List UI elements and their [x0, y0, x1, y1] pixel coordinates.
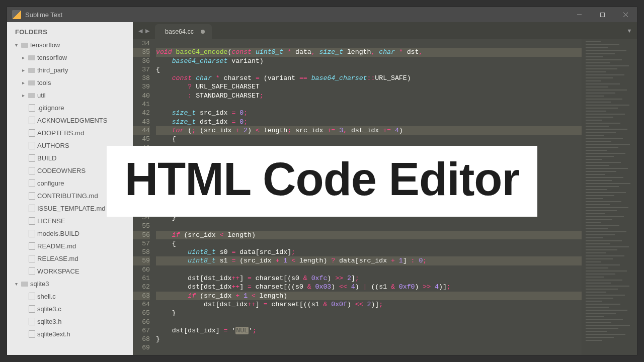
- tree-item-label: AUTHORS: [37, 142, 69, 149]
- file-item[interactable]: configure: [7, 177, 133, 190]
- nav-back-icon[interactable]: ◀: [137, 28, 144, 34]
- tree-item-label: shell.c: [37, 293, 56, 300]
- tab-nav[interactable]: ◀ ▶: [133, 22, 155, 39]
- tree-arrow-icon: ▾: [15, 42, 20, 48]
- tree-item-label: .gitignore: [37, 104, 64, 112]
- code-editor[interactable]: 3435363738394041424344454647484950515253…: [133, 39, 637, 355]
- folder-icon: [27, 67, 36, 74]
- tree-item-label: models.BUILD: [37, 230, 79, 237]
- file-item[interactable]: WORKSPACE: [7, 265, 133, 278]
- app-window: Sublime Text FOLDERS ▾tensorflow▸tensorf…: [7, 7, 637, 355]
- file-item[interactable]: CODEOWNERS: [7, 164, 133, 177]
- tab-active[interactable]: base64.cc: [155, 24, 212, 39]
- file-icon: [27, 130, 36, 137]
- tab-bar[interactable]: ◀ ▶ base64.cc ▼: [133, 22, 637, 39]
- file-icon: [27, 205, 36, 212]
- file-icon: [27, 230, 36, 237]
- file-item[interactable]: sqlite3.h: [7, 315, 133, 328]
- tree-item-label: util: [37, 92, 46, 99]
- file-item[interactable]: sqlite3.c: [7, 303, 133, 315]
- app-icon: [12, 10, 21, 19]
- sidebar-header: FOLDERS: [7, 25, 133, 39]
- tab-label: base64.cc: [165, 28, 194, 35]
- file-item[interactable]: RELEASE.md: [7, 252, 133, 265]
- tree-item-label: LICENSE: [37, 217, 65, 225]
- minimap[interactable]: [582, 39, 637, 355]
- file-icon: [27, 105, 36, 112]
- folder-item[interactable]: ▾sqlite3: [7, 278, 133, 290]
- app-title: Sublime Text: [25, 11, 62, 19]
- folder-icon: [20, 281, 29, 288]
- file-icon: [27, 167, 36, 174]
- folder-item[interactable]: ▸third_party: [7, 64, 133, 76]
- tree-item-label: CONTRIBUTING.md: [37, 192, 98, 200]
- tree-item-label: WORKSPACE: [37, 267, 79, 275]
- tree-item-label: tensorflow: [30, 41, 60, 49]
- file-icon: [27, 268, 36, 275]
- tree-item-label: sqlite3.c: [37, 305, 61, 313]
- sidebar[interactable]: FOLDERS ▾tensorflow▸tensorflow▸third_par…: [7, 22, 133, 355]
- tree-arrow-icon: ▸: [22, 93, 27, 98]
- tree-item-label: sqlite3ext.h: [37, 330, 70, 338]
- file-icon: [27, 255, 36, 262]
- file-item[interactable]: ISSUE_TEMPLATE.md: [7, 202, 133, 215]
- file-item[interactable]: README.md: [7, 240, 133, 252]
- tree-arrow-icon: ▸: [22, 67, 27, 73]
- tree-item-label: configure: [37, 179, 64, 187]
- file-item[interactable]: models.BUILD: [7, 227, 133, 240]
- tree-item-label: sqlite3: [30, 280, 49, 288]
- folder-icon: [27, 79, 36, 86]
- folder-item[interactable]: ▸tensorflow: [7, 51, 133, 64]
- folder-icon: [27, 92, 36, 99]
- file-icon: [27, 117, 36, 124]
- nav-forward-icon[interactable]: ▶: [144, 28, 151, 34]
- file-icon: [27, 218, 36, 225]
- file-item[interactable]: LICENSE: [7, 215, 133, 227]
- folder-item[interactable]: ▸tools: [7, 76, 133, 89]
- tree-item-label: ACKNOWLEDGMENTS: [37, 117, 107, 124]
- file-icon: [27, 155, 36, 162]
- svg-rect-1: [600, 13, 604, 17]
- file-icon: [27, 243, 36, 250]
- file-item[interactable]: CONTRIBUTING.md: [7, 190, 133, 202]
- titlebar[interactable]: Sublime Text: [7, 7, 637, 22]
- minimize-button[interactable]: [568, 7, 591, 22]
- folder-icon: [27, 54, 36, 61]
- file-icon: [27, 331, 36, 338]
- tree-item-label: README.md: [37, 242, 76, 250]
- folder-item[interactable]: ▸util: [7, 89, 133, 102]
- close-button[interactable]: [614, 7, 637, 22]
- tab-dirty-indicator: [201, 30, 205, 34]
- file-item[interactable]: sqlite3ext.h: [7, 328, 133, 340]
- file-item[interactable]: shell.c: [7, 290, 133, 303]
- maximize-button[interactable]: [591, 7, 614, 22]
- tab-overflow-icon[interactable]: ▼: [622, 22, 637, 39]
- tree-arrow-icon: ▾: [15, 281, 20, 287]
- file-icon: [27, 193, 36, 200]
- file-icon: [27, 293, 36, 300]
- tree-item-label: BUILD: [37, 154, 56, 162]
- file-icon: [27, 180, 36, 187]
- tree-item-label: RELEASE.md: [37, 255, 78, 262]
- tree-item-label: tools: [37, 79, 51, 86]
- file-item[interactable]: AUTHORS: [7, 139, 133, 152]
- tree-item-label: ADOPTERS.md: [37, 129, 84, 137]
- file-item[interactable]: ACKNOWLEDGMENTS: [7, 114, 133, 127]
- file-item[interactable]: ADOPTERS.md: [7, 127, 133, 139]
- tree-item-label: sqlite3.h: [37, 318, 61, 325]
- file-icon: [27, 142, 36, 149]
- code-content[interactable]: void base64_encode(const uint8_t * data,…: [156, 39, 582, 355]
- tree-arrow-icon: ▸: [22, 55, 27, 60]
- file-icon: [27, 306, 36, 313]
- file-item[interactable]: BUILD: [7, 152, 133, 164]
- file-item[interactable]: .gitignore: [7, 102, 133, 114]
- file-tree[interactable]: ▾tensorflow▸tensorflow▸third_party▸tools…: [7, 39, 133, 340]
- folder-item[interactable]: ▾tensorflow: [7, 39, 133, 51]
- file-icon: [27, 318, 36, 325]
- folder-icon: [20, 42, 29, 49]
- tree-item-label: tensorflow: [37, 54, 67, 61]
- tree-item-label: third_party: [37, 66, 68, 74]
- line-gutter: 3435363738394041424344454647484950515253…: [133, 39, 156, 355]
- tree-item-label: ISSUE_TEMPLATE.md: [37, 205, 106, 212]
- tree-arrow-icon: ▸: [22, 80, 27, 85]
